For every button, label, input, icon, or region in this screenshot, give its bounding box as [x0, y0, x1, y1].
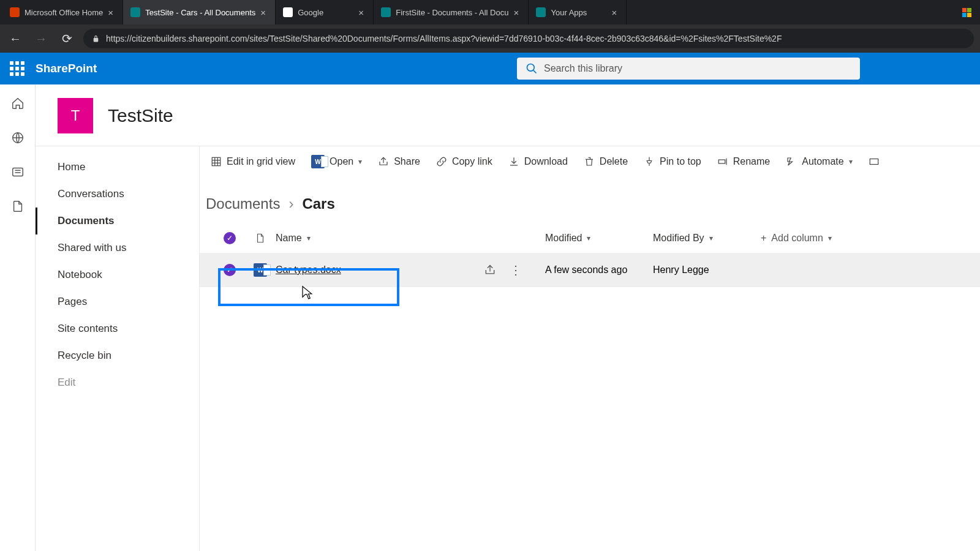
row-select-toggle[interactable]: ✓ [214, 264, 245, 276]
more-icon [869, 156, 880, 167]
svg-rect-13 [870, 159, 878, 165]
file-name-link[interactable]: Car types.docx [276, 264, 341, 276]
sharepoint-brand[interactable]: SharePoint [36, 62, 97, 75]
nav-recycle-bin[interactable]: Recycle bin [36, 342, 199, 369]
column-label: Modified By [653, 233, 704, 244]
close-icon[interactable]: × [513, 7, 521, 18]
cmd-label: Share [394, 156, 420, 167]
site-logo[interactable]: T [58, 98, 93, 133]
nav-documents[interactable]: Documents [36, 208, 199, 234]
rename-button[interactable]: Rename [712, 154, 775, 170]
modified-column-header[interactable]: Modified ▾ [545, 233, 653, 244]
more-actions-icon[interactable]: ⋮ [510, 263, 522, 277]
modified-cell: A few seconds ago [545, 264, 653, 276]
copy-link-button[interactable]: Copy link [431, 154, 497, 170]
file-row[interactable]: ✓ W Car types.docx ⋮ A few seconds ago H… [200, 253, 980, 287]
cursor-pointer-icon [300, 285, 314, 302]
name-column-header[interactable]: Name ▾ [276, 233, 484, 244]
automate-button[interactable]: Automate ▾ [781, 154, 857, 170]
modified-by-column-header[interactable]: Modified By ▾ [653, 233, 761, 244]
breadcrumb-current: Cars [302, 195, 334, 212]
search-placeholder: Search this library [544, 63, 622, 74]
trash-icon [584, 156, 595, 167]
link-icon [436, 156, 447, 167]
globe-icon[interactable] [11, 131, 24, 144]
left-rail [0, 84, 36, 551]
cmd-label: Copy link [452, 156, 492, 167]
open-button[interactable]: W Open ▾ [306, 152, 367, 171]
pin-to-top-button[interactable]: Pin to top [639, 154, 706, 170]
svg-line-1 [533, 70, 537, 73]
chevron-right-icon: › [288, 195, 293, 212]
chevron-down-icon: ▾ [709, 234, 713, 242]
download-button[interactable]: Download [503, 154, 573, 170]
app-launcher-icon[interactable] [10, 61, 24, 76]
browser-tab[interactable]: Your Apps × [529, 0, 627, 24]
word-icon: W [311, 155, 325, 168]
home-icon[interactable] [11, 97, 24, 110]
cmd-label: Open [330, 156, 353, 167]
chevron-down-icon: ▾ [587, 234, 590, 242]
cmd-label: Automate [802, 156, 843, 167]
browser-tab-strip: Microsoft Office Home × TestSite - Cars … [0, 0, 980, 24]
nav-home[interactable]: Home [36, 154, 199, 181]
nav-shared-with-us[interactable]: Shared with us [36, 234, 199, 261]
more-commands-button[interactable] [864, 154, 884, 170]
edit-in-grid-button[interactable]: Edit in grid view [206, 154, 300, 170]
file-icon[interactable] [11, 200, 24, 213]
column-label: Name [276, 233, 302, 244]
cmd-label: Rename [733, 156, 770, 167]
nav-edit[interactable]: Edit [36, 369, 199, 396]
close-icon[interactable]: × [611, 7, 619, 18]
microsoft-logo [953, 0, 980, 24]
browser-tab[interactable]: TestSite - Cars - All Documents × [123, 0, 276, 24]
svg-rect-6 [212, 157, 221, 166]
lock-icon [92, 35, 100, 43]
nav-notebook[interactable]: Notebook [36, 261, 199, 288]
share-icon[interactable] [484, 264, 496, 276]
column-label: Modified [545, 233, 582, 244]
browser-tab[interactable]: Google × [276, 0, 374, 24]
sharepoint-header: SharePoint Search this library [0, 53, 980, 84]
browser-tab[interactable]: FirstSite - Documents - All Docu × [374, 0, 529, 24]
filetype-column-header[interactable] [245, 233, 276, 244]
favicon [536, 7, 546, 17]
quick-launch-nav: Home Conversations Documents Shared with… [36, 146, 200, 551]
back-button[interactable]: ← [6, 32, 24, 46]
close-icon[interactable]: × [358, 7, 366, 18]
word-icon: W [254, 263, 267, 277]
add-column-button[interactable]: + Add column ▾ [761, 233, 883, 244]
column-label: Add column [771, 233, 823, 244]
delete-button[interactable]: Delete [579, 154, 633, 170]
tab-title: FirstSite - Documents - All Docu [396, 8, 508, 17]
address-bar[interactable]: https://citizenbuilders.sharepoint.com/s… [83, 29, 974, 48]
url-text: https://citizenbuilders.sharepoint.com/s… [106, 34, 782, 43]
forward-button[interactable]: → [32, 32, 50, 46]
nav-conversations[interactable]: Conversations [36, 181, 199, 208]
tab-title: Microsoft Office Home [24, 8, 103, 17]
site-title[interactable]: TestSite [108, 105, 173, 126]
breadcrumb-root[interactable]: Documents [206, 195, 280, 212]
share-button[interactable]: Share [373, 154, 425, 170]
browser-tab[interactable]: Microsoft Office Home × [2, 0, 123, 24]
modified-by-cell: Henry Legge [653, 264, 761, 276]
select-all-toggle[interactable]: ✓ [214, 232, 245, 244]
nav-pages[interactable]: Pages [36, 288, 199, 315]
close-icon[interactable]: × [260, 7, 268, 18]
news-icon[interactable] [11, 165, 24, 179]
share-icon [378, 156, 389, 167]
search-box[interactable]: Search this library [517, 58, 860, 80]
svg-point-0 [527, 64, 535, 72]
cmd-label: Pin to top [660, 156, 701, 167]
nav-site-contents[interactable]: Site contents [36, 315, 199, 342]
reload-button[interactable]: ⟳ [58, 31, 76, 46]
close-icon[interactable]: × [108, 7, 115, 18]
chevron-down-icon: ▾ [358, 157, 362, 166]
file-type-cell: W [245, 263, 276, 277]
column-header-row: ✓ Name ▾ Modified ▾ Modified By [200, 223, 980, 253]
command-bar: Edit in grid view W Open ▾ Share Copy li… [200, 146, 980, 177]
file-icon [255, 233, 266, 244]
svg-rect-3 [12, 168, 23, 176]
grid-icon [211, 156, 222, 167]
favicon [10, 7, 20, 17]
